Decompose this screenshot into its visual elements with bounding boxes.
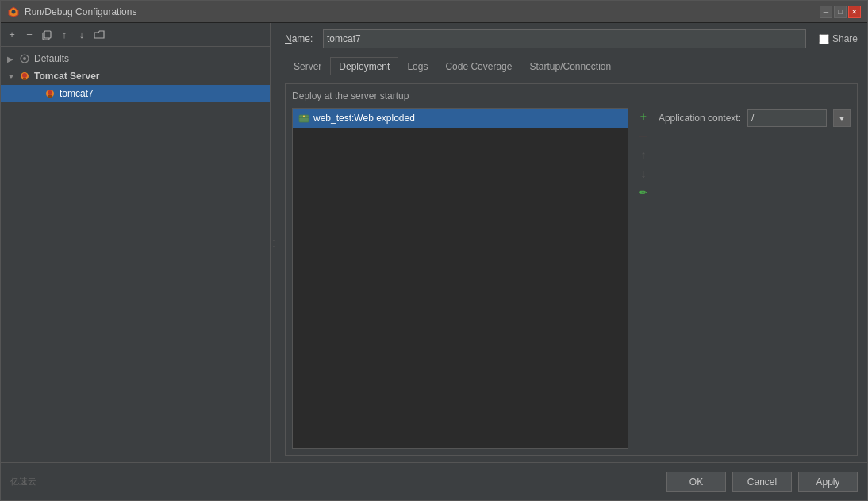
sidebar-tree: ▶ Defaults ▼ — [1, 47, 270, 462]
tomcat7-label: tomcat7 — [60, 88, 94, 99]
app-context-section: Application context: ▼ — [659, 109, 851, 127]
apply-button[interactable]: Apply — [798, 472, 858, 492]
svg-rect-3 — [44, 31, 51, 38]
tomcat-server-arrow: ▼ — [7, 72, 15, 81]
add-config-button[interactable]: + — [4, 27, 20, 43]
deploy-edit-button[interactable]: ✏ — [635, 184, 652, 201]
ok-button[interactable]: OK — [666, 472, 726, 492]
svg-point-10 — [48, 90, 52, 95]
deploy-list-section: web_test:Web exploded — [292, 108, 628, 449]
deploy-item-web-test[interactable]: web_test:Web exploded — [293, 109, 628, 128]
tab-coverage[interactable]: Code Coverage — [436, 57, 520, 75]
tabs-bar: Server Deployment Logs Code Coverage Sta… — [285, 56, 858, 75]
tab-content: Deploy at the server startup — [285, 83, 858, 456]
tomcat-server-icon — [18, 70, 31, 82]
bottom-bar: 亿速云 OK Cancel Apply — [1, 462, 867, 500]
tab-deployment[interactable]: Deployment — [330, 57, 398, 75]
close-button[interactable]: ✕ — [848, 6, 861, 18]
tomcat-server-label: Tomcat Server — [34, 71, 99, 82]
window-title: Run/Debug Configurations — [25, 6, 136, 17]
app-context-input[interactable] — [747, 109, 827, 127]
svg-point-5 — [23, 57, 26, 60]
sidebar: + − ↑ ↓ ▶ — [1, 23, 271, 462]
deploy-side-buttons: + ─ ↑ ↓ ✏ — [635, 108, 652, 449]
deployment-area: web_test:Web exploded + ─ ↑ ↓ ✏ Applicat… — [292, 108, 851, 449]
title-bar-left: Run/Debug Configurations — [7, 6, 136, 18]
deploy-down-button[interactable]: ↓ — [635, 165, 652, 182]
move-down-button[interactable]: ↓ — [74, 27, 90, 43]
sidebar-toolbar: + − ↑ ↓ — [1, 23, 270, 47]
maximize-button[interactable]: □ — [834, 6, 847, 18]
main-content: + − ↑ ↓ ▶ — [1, 23, 867, 462]
svg-rect-11 — [48, 95, 52, 98]
deploy-item-label: web_test:Web exploded — [313, 113, 415, 124]
name-label: Name: — [285, 33, 317, 44]
svg-point-13 — [303, 116, 305, 117]
name-input[interactable] — [323, 29, 806, 48]
svg-point-7 — [22, 73, 27, 78]
title-bar-buttons: ─ □ ✕ — [820, 6, 861, 18]
run-debug-configurations-window: Run/Debug Configurations ─ □ ✕ + − ↑ ↓ — [0, 0, 868, 501]
app-context-label: Application context: — [659, 113, 741, 124]
app-context-dropdown-button[interactable]: ▼ — [833, 109, 851, 127]
sidebar-item-tomcat-server[interactable]: ▼ Tomcat Server — [1, 67, 270, 85]
deploy-add-button[interactable]: + — [635, 108, 652, 125]
right-panel: Name: Share Server Deployment Logs Code … — [275, 23, 867, 462]
tab-startup[interactable]: Startup/Connection — [520, 57, 620, 75]
defaults-arrow: ▶ — [7, 55, 15, 63]
tab-logs[interactable]: Logs — [398, 57, 436, 75]
share-section: Share — [819, 33, 858, 44]
svg-point-1 — [12, 10, 16, 13]
tab-server[interactable]: Server — [285, 57, 330, 75]
share-checkbox[interactable] — [819, 34, 829, 44]
defaults-icon — [18, 52, 31, 65]
logo-text: 亿速云 — [10, 476, 36, 488]
share-label: Share — [832, 33, 858, 44]
svg-rect-8 — [23, 78, 26, 80]
deploy-list: web_test:Web exploded — [292, 108, 628, 449]
sidebar-item-tomcat7[interactable]: tomcat7 — [1, 85, 270, 102]
deploy-description: Deploy at the server startup — [292, 90, 851, 101]
deploy-up-button[interactable]: ↑ — [635, 146, 652, 163]
minimize-button[interactable]: ─ — [820, 6, 832, 18]
copy-config-button[interactable] — [39, 27, 55, 43]
move-up-button[interactable]: ↑ — [56, 27, 72, 43]
cancel-button[interactable]: Cancel — [732, 472, 792, 492]
deploy-remove-button[interactable]: ─ — [635, 127, 652, 144]
logo: 亿速云 — [10, 476, 36, 488]
tomcat7-icon — [44, 87, 56, 100]
defaults-label: Defaults — [34, 53, 69, 64]
name-row: Name: Share — [285, 29, 858, 48]
deploy-artifact-icon — [298, 112, 310, 124]
folder-button[interactable] — [91, 27, 107, 43]
window-icon — [7, 6, 20, 18]
title-bar: Run/Debug Configurations ─ □ ✕ — [1, 1, 867, 23]
sidebar-item-defaults[interactable]: ▶ Defaults — [1, 50, 270, 67]
remove-config-button[interactable]: − — [21, 27, 37, 43]
